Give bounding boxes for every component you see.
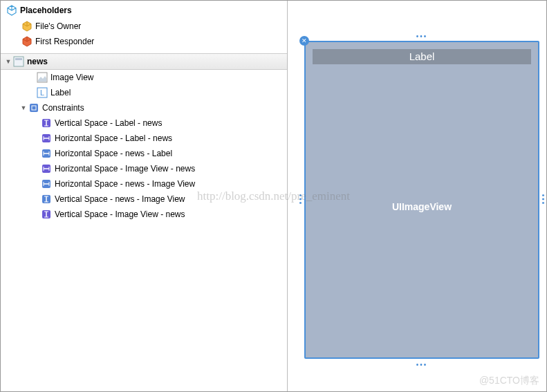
constraint-label: Vertical Space - Label - news — [55, 118, 162, 129]
first-responder-item[interactable]: First Responder — [1, 34, 287, 49]
first-responder-label: First Responder — [35, 36, 94, 47]
placeholders-header: Placeholders — [1, 1, 287, 19]
bottom-watermark-text: @51CTO博客 — [479, 375, 539, 387]
close-icon[interactable]: ✕ — [299, 36, 309, 46]
cube-icon — [21, 21, 33, 32]
constraint-item[interactable]: Horizontal Space - Label - news — [1, 131, 287, 146]
svg-rect-5 — [30, 104, 38, 112]
horizontal-space-icon — [41, 133, 52, 144]
view-icon — [13, 56, 24, 67]
disclosure-triangle-icon[interactable]: ▼ — [20, 104, 27, 111]
cube-icon — [21, 36, 33, 47]
svg-rect-1 — [15, 58, 22, 60]
vertical-space-icon — [41, 194, 52, 205]
resize-handle-icon[interactable]: ••• — [416, 361, 428, 368]
constraint-label: Horizontal Space - news - Label — [55, 148, 172, 159]
constraints-icon — [28, 102, 39, 113]
outline-item-label[interactable]: L Label — [1, 85, 287, 100]
imageview-icon — [37, 72, 48, 83]
files-owner-label: File's Owner — [35, 21, 81, 32]
placeholders-label: Placeholders — [20, 6, 72, 15]
outline-root-news[interactable]: ▼ news — [1, 53, 287, 70]
files-owner-item[interactable]: File's Owner — [1, 19, 287, 34]
cube-icon — [6, 5, 17, 16]
resize-handle-icon[interactable]: ••• — [297, 194, 304, 206]
constraints-header[interactable]: ▼ Constraints — [1, 100, 287, 115]
constraints-label: Constraints — [42, 103, 84, 113]
constraint-item[interactable]: Horizontal Space - news - Label — [1, 146, 287, 161]
constraint-label: Horizontal Space - Image View - news — [55, 163, 195, 174]
vertical-space-icon — [41, 209, 52, 220]
horizontal-space-icon — [41, 163, 52, 174]
outline-root-label: news — [27, 57, 48, 66]
constraint-label: Vertical Space - Image View - news — [55, 209, 185, 220]
constraint-item[interactable]: Horizontal Space - news - Image View — [1, 176, 287, 192]
constraint-label: Horizontal Space - Label - news — [55, 133, 172, 144]
resize-handle-icon[interactable]: ••• — [416, 32, 428, 40]
canvas-imageview-element[interactable]: UIImageView — [306, 201, 538, 212]
constraint-item[interactable]: Vertical Space - Label - news — [1, 115, 287, 131]
canvas-root-view[interactable]: ✕ ••• ••• ••• ••• Label UIImageView — [304, 41, 539, 359]
outline-panel: Placeholders File's Owner First Responde… — [1, 1, 288, 391]
disclosure-triangle-icon[interactable]: ▼ — [5, 58, 12, 65]
label-icon: L — [37, 87, 48, 98]
outline-item-imageview[interactable]: Image View — [1, 70, 287, 85]
resize-handle-icon[interactable]: ••• — [539, 194, 547, 206]
horizontal-space-icon — [41, 178, 52, 189]
horizontal-space-icon — [41, 148, 52, 159]
outline-item-label-text: Label — [50, 87, 71, 98]
constraint-item[interactable]: Vertical Space - Image View - news — [1, 207, 287, 222]
canvas-label-element[interactable]: Label — [313, 49, 531, 64]
outline-item-label: Image View — [50, 72, 93, 83]
constraint-item[interactable]: Horizontal Space - Image View - news — [1, 161, 287, 176]
svg-text:L: L — [40, 88, 44, 97]
constraint-label: Vertical Space - news - Image View — [55, 194, 185, 205]
vertical-space-icon — [41, 118, 52, 129]
canvas-panel[interactable]: ✕ ••• ••• ••• ••• Label UIImageView — [288, 1, 546, 391]
constraint-item[interactable]: Vertical Space - news - Image View — [1, 192, 287, 207]
constraint-label: Horizontal Space - news - Image View — [55, 178, 195, 189]
